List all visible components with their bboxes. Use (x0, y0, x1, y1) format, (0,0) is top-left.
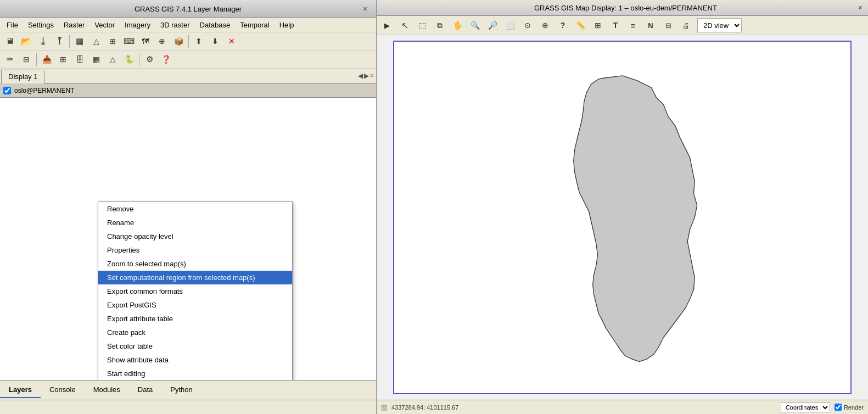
layer-manager-titlebar: GRASS GIS 7.4.1 Layer Manager × (0, 0, 376, 18)
map-zoomout-btn[interactable]: 🔎 (484, 17, 501, 33)
map-display-title: GRASS GIS Map Display: 1 – oslo-eu-dem/P… (393, 4, 858, 12)
measure-icon: 📏 (576, 21, 585, 30)
add-extra-btn[interactable]: ⊕ (154, 33, 170, 49)
layer-manager-statusbar (0, 400, 376, 414)
tab-close-btn[interactable]: × (370, 72, 374, 80)
map-zoomin-btn[interactable]: 🔍 (467, 17, 483, 33)
move-down-btn[interactable]: ⬇ (208, 33, 223, 49)
ctx-set-color[interactable]: Set color table (98, 339, 292, 353)
ctx-export-postgis[interactable]: Export PostGIS (98, 298, 292, 312)
georect-btn[interactable]: ⊞ (55, 52, 71, 67)
map-zoombox-btn[interactable]: ⬜ (502, 17, 518, 33)
ctx-create-pack[interactable]: Create pack (98, 326, 292, 339)
layer-checkbox[interactable] (3, 87, 11, 94)
tab-layers[interactable]: Layers (0, 382, 41, 398)
raster2-btn[interactable]: ▦ (88, 52, 104, 67)
load-layers-btn[interactable]: ⤓ (35, 33, 51, 49)
ctx-show-attr[interactable]: Show attribute data (98, 353, 292, 367)
zoomall-icon: ⊕ (542, 21, 548, 30)
map-pointer-btn[interactable]: ↖ (396, 17, 413, 33)
python-btn[interactable]: 🐍 (121, 52, 137, 67)
ctx-export-common[interactable]: Export common formats (98, 284, 292, 298)
menu-help[interactable]: Help (275, 19, 299, 31)
remove-btn[interactable]: ✕ (224, 33, 239, 49)
ctx-properties[interactable]: Properties (98, 243, 292, 257)
add-multi-btn[interactable]: ⊞ (105, 33, 120, 49)
new-mapset-btn[interactable]: 🖥 (2, 33, 18, 49)
map-coordinates: 4337284.94; 4101115.67 (391, 404, 458, 411)
map-legend-btn[interactable]: ≡ (625, 17, 641, 33)
help-btn2[interactable]: ❓ (158, 52, 173, 67)
map-display-close[interactable]: × (858, 3, 863, 12)
map-text-btn[interactable]: T (607, 17, 624, 33)
display-icon: ▶ (384, 21, 390, 30)
query-icon: ? (561, 21, 565, 30)
menu-raster[interactable]: Raster (59, 19, 89, 31)
ctx-opacity[interactable]: Change opacity level (98, 230, 292, 243)
edit-btn[interactable]: ✏ (2, 52, 18, 67)
folder-open-icon: 📂 (21, 36, 32, 47)
table-icon: ⊟ (23, 55, 30, 64)
map-print-btn[interactable]: 🖨 (677, 17, 694, 33)
display-tab-1[interactable]: Display 1 (1, 70, 44, 83)
map-select-btn[interactable]: ⬚ (414, 17, 430, 33)
menu-imagery[interactable]: Imagery (120, 19, 155, 31)
map-display-titlebar: GRASS GIS Map Display: 1 – oslo-eu-dem/P… (377, 0, 868, 16)
ctx-start-editing[interactable]: Start editing (98, 367, 292, 380)
tab-data[interactable]: Data (129, 382, 161, 398)
import-btn[interactable]: 📥 (39, 52, 54, 67)
layer-header-row[interactable]: oslo@PERMANENT (0, 83, 376, 98)
attr-table-btn[interactable]: ⊟ (19, 52, 34, 67)
settings-btn2[interactable]: ⚙ (142, 52, 157, 67)
map-scalebar-btn[interactable]: ⊟ (660, 17, 676, 33)
view-dropdown[interactable]: 2D view 3D view (697, 18, 742, 32)
db-icon: 🗄 (76, 55, 83, 64)
app-container: GRASS GIS 7.4.1 Layer Manager × File Set… (0, 0, 868, 414)
vector2-btn[interactable]: △ (105, 52, 120, 67)
group-icon: 📦 (174, 37, 183, 46)
ctx-export-attr[interactable]: Export attribute table (98, 312, 292, 326)
map-zoomall-btn[interactable]: ⊕ (537, 17, 553, 33)
map-copy-btn[interactable]: ⧉ (432, 17, 448, 33)
menu-database[interactable]: Database (195, 19, 235, 31)
layer-name-label: oslo@PERMANENT (14, 87, 75, 94)
map-overlay-btn[interactable]: ⊞ (590, 17, 606, 33)
map-pan-btn[interactable]: ✋ (449, 17, 466, 33)
map-zoomregion-btn[interactable]: ⊙ (519, 17, 536, 33)
unload-layers-btn[interactable]: ⤒ (52, 33, 67, 49)
add-vector-btn[interactable]: △ (88, 33, 104, 49)
ctx-set-region[interactable]: Set computational region from selected m… (98, 271, 292, 284)
move-up-btn[interactable]: ⬆ (191, 33, 206, 49)
add-overview-btn[interactable]: 🗺 (138, 33, 153, 49)
add-cmd-btn[interactable]: ⌨ (121, 33, 137, 49)
ctx-zoom-selected[interactable]: Zoom to selected map(s) (98, 257, 292, 271)
tab-python[interactable]: Python (161, 382, 201, 398)
render-checkbox[interactable] (835, 404, 842, 411)
map-display: GRASS GIS Map Display: 1 – oslo-eu-dem/P… (377, 0, 868, 414)
add-raster-btn[interactable]: ▦ (72, 33, 87, 49)
menu-vector[interactable]: Vector (90, 19, 119, 31)
sep1 (69, 35, 70, 48)
menu-file[interactable]: File (2, 19, 23, 31)
map-measure-btn[interactable]: 📏 (572, 17, 589, 33)
map-display-btn[interactable]: ▶ (379, 17, 395, 33)
add-group-btn[interactable]: 📦 (171, 33, 186, 49)
tab-console[interactable]: Console (41, 382, 85, 398)
cmd-icon: ⌨ (124, 37, 135, 46)
menu-3draster[interactable]: 3D raster (156, 19, 194, 31)
ctx-remove[interactable]: Remove (98, 202, 292, 216)
ctx-rename[interactable]: Rename (98, 216, 292, 230)
manage-db-btn[interactable]: 🗄 (72, 52, 87, 67)
map-north-btn[interactable]: N (642, 17, 659, 33)
tab-prev-btn[interactable]: ◀ (358, 72, 363, 80)
map-query-btn[interactable]: ? (555, 17, 571, 33)
open-mapset-btn[interactable]: 📂 (19, 33, 34, 49)
layer-manager-close[interactable]: × (360, 3, 371, 14)
tab-next-btn[interactable]: ▶ (364, 72, 369, 80)
context-menu: Remove Rename Change opacity level Prope… (98, 202, 293, 380)
tab-modules[interactable]: Modules (85, 382, 129, 398)
menu-temporal[interactable]: Temporal (236, 19, 273, 31)
multi-icon: ⊞ (109, 37, 116, 46)
coords-dropdown[interactable]: Coordinates Map units Geographic (781, 402, 830, 412)
menu-settings[interactable]: Settings (24, 19, 58, 31)
